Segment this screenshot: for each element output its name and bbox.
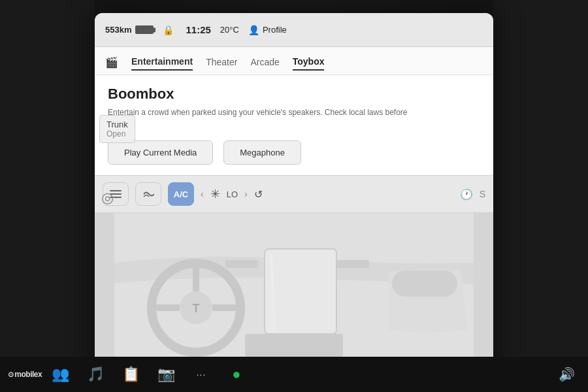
ac-button[interactable]: A/C [168, 182, 194, 206]
trunk-status: Open [106, 129, 128, 139]
fingerprint-icon: ◎ [101, 189, 114, 206]
car-visual: T [95, 213, 493, 357]
airflow-button[interactable] [135, 182, 161, 206]
entertainment-icon: 🎬 [105, 56, 118, 69]
camera-icon: 📷 [157, 366, 175, 383]
climate-extra: S [480, 189, 485, 199]
side-panel-right [493, 0, 588, 392]
svg-rect-14 [225, 260, 258, 268]
climate-arrow-left[interactable]: ‹ [201, 189, 204, 199]
tab-theater[interactable]: Theater [206, 54, 237, 70]
range-text: 553km [105, 25, 131, 35]
airflow-icon [142, 188, 154, 200]
profile-icon: 👤 [248, 25, 259, 35]
climate-arrow-right[interactable]: › [244, 189, 248, 199]
megaphone-button[interactable]: Megaphone [223, 140, 301, 165]
svg-rect-17 [474, 213, 493, 357]
people-app[interactable]: 👥 [48, 363, 72, 386]
more-app[interactable]: ··· [189, 363, 213, 386]
boombox-description: Entertain a crowd when parked using your… [108, 106, 408, 130]
svg-rect-12 [392, 270, 457, 297]
status-temp: 20°C [220, 25, 239, 35]
boombox-panel: Boombox Entertain a crowd when parked us… [95, 75, 493, 175]
recirculate-button[interactable]: ↺ [254, 188, 263, 201]
car-interior-svg: T [95, 213, 493, 357]
tab-entertainment[interactable]: Entertainment [131, 54, 193, 71]
profile-label: Profile [263, 25, 287, 35]
climate-bar: A/C ‹ ✳ LO › ↺ 🕐 S [95, 175, 493, 213]
climate-level: LO [227, 189, 238, 199]
svg-rect-15 [336, 260, 369, 268]
status-profile[interactable]: 👤 Profile [248, 25, 287, 35]
battery-icon [135, 25, 154, 34]
svg-text:T: T [193, 302, 200, 315]
boombox-buttons: Play Current Media Megaphone [108, 140, 480, 165]
volume-control[interactable]: 🔊 [559, 367, 575, 382]
trunk-panel: Trunk Open [99, 115, 135, 143]
camera-app[interactable]: 📷 [154, 363, 178, 386]
spotify-app[interactable]: ● [225, 363, 248, 386]
tab-toybox[interactable]: Toybox [293, 54, 325, 71]
settings-app[interactable]: 🎵 [84, 363, 107, 386]
play-media-button[interactable]: Play Current Media [108, 140, 213, 165]
volume-icon: 🔊 [559, 367, 575, 382]
entertainment-nav: 🎬 Entertainment Theater Arcade Toybox [95, 47, 493, 75]
trunk-label: Trunk [106, 120, 128, 129]
tab-arcade[interactable]: Arcade [250, 54, 279, 70]
settings-icon: 🎵 [87, 366, 105, 383]
media-app[interactable]: 📋 [119, 363, 142, 386]
boombox-title: Boombox [108, 86, 480, 103]
mobilex-icon: ⊙ [8, 370, 14, 379]
device-frame: 553km 🔒 11:25 20°C 👤 Profile 🎬 Entertain… [95, 13, 493, 379]
status-bar: 553km 🔒 11:25 20°C 👤 Profile [95, 13, 493, 47]
mobilex-label: mobilex [14, 370, 42, 379]
taskbar: ⊙ mobilex 👥 🎵 📋 📷 ··· ● 🔊 [0, 357, 588, 392]
svg-rect-16 [95, 213, 114, 357]
side-panel-left [0, 0, 95, 392]
more-icon: ··· [197, 369, 206, 380]
svg-rect-13 [245, 334, 343, 357]
lock-icon: 🔒 [163, 25, 174, 35]
status-range: 553km [105, 25, 154, 35]
status-time: 11:25 [186, 24, 210, 35]
fan-icon: ✳ [210, 187, 220, 201]
spotify-icon: ● [232, 366, 240, 383]
svg-rect-10 [265, 249, 336, 334]
clock-icon[interactable]: 🕐 [460, 188, 473, 201]
people-icon: 👥 [52, 366, 69, 383]
mobilex-app[interactable]: ⊙ mobilex [13, 363, 37, 386]
media-icon: 📋 [122, 366, 140, 383]
